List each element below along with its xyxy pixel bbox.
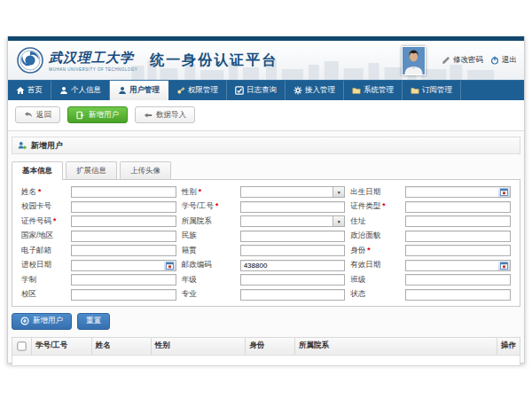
field-label: 国家/地区 xyxy=(21,231,66,241)
department-select[interactable]: ▼ xyxy=(240,215,346,227)
field-label: 籍贯 xyxy=(182,246,235,256)
gender-select[interactable]: ▼ xyxy=(240,186,346,198)
nav-tab-subscription-mgmt[interactable]: 订阅管理 xyxy=(403,81,461,100)
enrollment-date-field[interactable] xyxy=(71,260,176,271)
nav-label: 用户管理 xyxy=(129,85,160,96)
field-label: 出生日期 xyxy=(350,187,400,198)
nav-label: 首页 xyxy=(27,85,43,96)
select-all-checkbox[interactable] xyxy=(17,341,26,350)
status-field[interactable] xyxy=(405,289,511,301)
class-field[interactable] xyxy=(405,274,511,286)
nav-tab-log-query[interactable]: 日志查询 xyxy=(227,81,286,100)
schooling-length-field[interactable] xyxy=(71,274,176,286)
change-password-label: 修改密码 xyxy=(453,55,483,66)
political-status-field[interactable] xyxy=(405,231,511,242)
avatar-photo xyxy=(403,47,425,74)
user-plus-icon xyxy=(18,141,27,150)
nav-tab-system-mgmt[interactable]: 系统管理 xyxy=(344,81,403,100)
add-user-button-top[interactable]: 新增用户 xyxy=(67,106,128,123)
tab-extended-info[interactable]: 扩展信息 xyxy=(66,161,117,179)
user-table: 学号/工号 姓名 性别 身份 所属院系 操作 xyxy=(12,337,520,366)
field-label: 校区 xyxy=(21,289,66,300)
col-department: 所属院系 xyxy=(295,337,497,355)
field-label: 邮政编码 xyxy=(182,260,235,270)
data-import-label: 数据导入 xyxy=(156,110,186,121)
back-label: 返回 xyxy=(36,110,51,121)
university-logo xyxy=(17,47,43,74)
address-field[interactable] xyxy=(405,215,511,227)
email-field[interactable] xyxy=(71,245,176,256)
field-label: 校园卡号 xyxy=(21,201,66,212)
nav-label: 系统管理 xyxy=(364,85,394,96)
reset-label: 重置 xyxy=(86,316,101,326)
field-label: 身份* xyxy=(350,246,400,256)
form-tabs: 基本信息 扩展信息 上传头像 xyxy=(12,161,520,179)
change-password-link[interactable]: 修改密码 xyxy=(442,55,483,66)
nav-tab-home[interactable]: 首页 xyxy=(8,81,51,100)
folder-icon xyxy=(352,86,361,95)
table-header-row: 学号/工号 姓名 性别 身份 所属院系 操作 xyxy=(12,337,520,355)
id-type-field[interactable] xyxy=(405,201,511,213)
import-arrow-icon xyxy=(144,111,153,120)
field-label: 有效日期 xyxy=(350,260,400,270)
tab-upload-avatar[interactable]: 上传头像 xyxy=(120,161,171,179)
logout-label: 退出 xyxy=(502,55,517,66)
section-header: 新增用户 xyxy=(12,137,520,154)
field-label: 住址 xyxy=(350,216,400,227)
campus-field[interactable] xyxy=(71,289,176,301)
user-icon xyxy=(59,86,68,95)
avatar[interactable] xyxy=(402,46,426,75)
app-window: 武汉理工大学 WUHAN UNIVERSITY OF TECHNOLOGY 统一… xyxy=(7,36,525,364)
col-name: 姓名 xyxy=(91,337,151,355)
nav-tab-user-mgmt[interactable]: 用户管理 xyxy=(110,81,168,100)
users-icon xyxy=(118,86,127,95)
valid-date-field[interactable] xyxy=(405,260,511,271)
add-user-box-icon xyxy=(76,111,85,120)
key-icon xyxy=(176,86,185,95)
chevron-down-icon: ▼ xyxy=(332,187,344,197)
field-label: 政治面貌 xyxy=(350,231,400,241)
field-label: 专业 xyxy=(182,289,235,300)
back-button[interactable]: 返回 xyxy=(15,106,60,123)
reset-button[interactable]: 重置 xyxy=(77,313,110,330)
app-header: 武汉理工大学 WUHAN UNIVERSITY OF TECHNOLOGY 统一… xyxy=(8,41,524,80)
major-field[interactable] xyxy=(240,289,346,301)
empty-row xyxy=(12,355,520,365)
logout-link[interactable]: 退出 xyxy=(490,55,517,66)
add-user-submit-label: 新增用户 xyxy=(33,316,63,326)
id-number-field[interactable] xyxy=(71,215,176,227)
form-actions: 新增用户 重置 xyxy=(12,313,520,330)
birth-date-field[interactable] xyxy=(405,186,511,198)
identity-field[interactable] xyxy=(405,245,511,256)
postal-code-field[interactable] xyxy=(240,260,346,271)
pencil-icon xyxy=(442,56,450,65)
add-user-submit-button[interactable]: 新增用户 xyxy=(12,313,72,330)
student-id-field[interactable] xyxy=(240,201,346,213)
nav-tab-profile[interactable]: 个人信息 xyxy=(51,81,110,100)
field-label: 民族 xyxy=(182,231,235,241)
nav-tab-access-mgmt[interactable]: 接入管理 xyxy=(286,81,344,100)
country-region-field[interactable] xyxy=(71,231,176,242)
tab-basic-info[interactable]: 基本信息 xyxy=(12,161,63,180)
section-title: 新增用户 xyxy=(31,140,63,152)
field-label: 进校日期 xyxy=(21,260,66,270)
ethnicity-field[interactable] xyxy=(240,231,346,242)
campus-card-field[interactable] xyxy=(71,201,176,213)
calendar-icon[interactable] xyxy=(498,261,510,270)
col-actions: 操作 xyxy=(497,337,520,355)
field-label: 班级 xyxy=(350,275,400,286)
nav-tab-permission-mgmt[interactable]: 权限管理 xyxy=(168,81,227,100)
name-field[interactable] xyxy=(71,186,176,198)
calendar-icon[interactable] xyxy=(498,187,510,197)
data-import-button[interactable]: 数据导入 xyxy=(135,106,195,123)
grade-field[interactable] xyxy=(240,274,346,286)
nav-label: 接入管理 xyxy=(305,85,335,96)
basic-info-form: 姓名* 性别* ▼ 出生日期 校园卡号 学号/工号* 证件类型* 证件号码* 所… xyxy=(12,179,520,307)
field-label: 证件号码* xyxy=(21,216,66,227)
power-icon xyxy=(490,56,499,65)
nav-label: 日志查询 xyxy=(246,85,277,96)
calendar-icon[interactable] xyxy=(164,261,176,270)
native-place-field[interactable] xyxy=(240,245,346,256)
platform-title: 统一身份认证平台 xyxy=(150,51,278,70)
field-label: 学号/工号* xyxy=(182,201,235,212)
